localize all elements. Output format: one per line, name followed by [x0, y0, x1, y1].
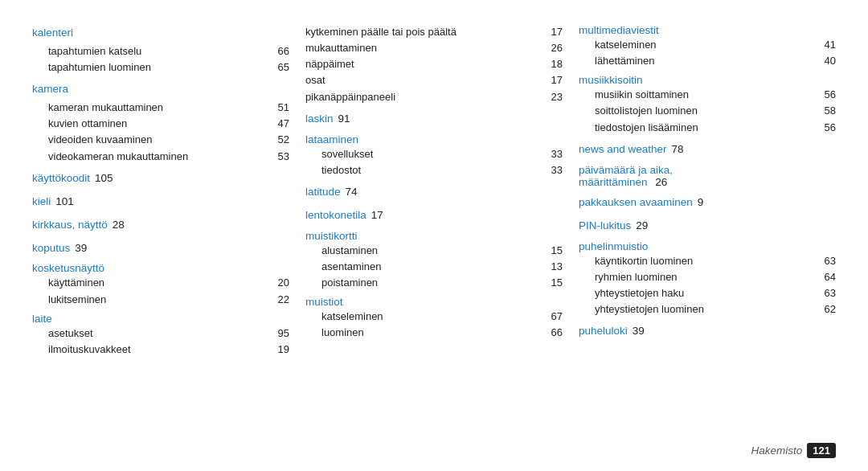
page-num: 56 [825, 120, 836, 136]
subitem-text: tapahtumien luominen [48, 59, 273, 76]
page-num: 20 [278, 275, 289, 291]
section-kayttokoodit: käyttökoodit 105 [32, 170, 289, 188]
page-num: 33 [551, 146, 563, 162]
page-num: 9 [698, 194, 704, 212]
subitem-text: kuvien ottaminen [48, 116, 273, 132]
section-muistikortti: muistikortti alustaminen15 asentaminen13… [305, 230, 563, 291]
page-num: 58 [825, 103, 836, 119]
column-2: kytkeminen päälle tai pois päältä17 muka… [305, 24, 579, 447]
subitem-text: tiedostojen lisääminen [595, 120, 820, 136]
subitem-text: ilmoituskuvakkeet [48, 342, 273, 358]
column-1: kalenteri tapahtumien katselu66 tapahtum… [32, 24, 305, 447]
section-title[interactable]: laskin [305, 110, 334, 129]
page-num: 51 [278, 100, 289, 116]
section-puheluloki: puheluloki 39 [579, 322, 836, 341]
page-num: 52 [278, 132, 289, 148]
page-num: 67 [551, 309, 563, 325]
section-header: kirkkaus, näyttö 28 [32, 216, 289, 235]
subitem-text: kytkeminen päälle tai pois päältä [305, 24, 547, 40]
subitem-text: ryhmien luominen [595, 269, 820, 285]
page-num: 23 [551, 89, 563, 105]
section-title[interactable]: kieli [32, 193, 51, 211]
section-header: lentokonetila 17 [305, 207, 563, 225]
section-header: muistikortti [305, 230, 563, 242]
page-num: 95 [278, 326, 289, 342]
section-header: koputus 39 [32, 240, 289, 258]
page-num: 26 [655, 176, 667, 188]
section-laite: laite asetukset95 ilmoituskuvakkeet19 [32, 313, 289, 358]
section-title[interactable]: käyttökoodit [32, 170, 90, 188]
section-title[interactable]: musiikkisoitin [579, 74, 643, 86]
section-header: puhelinmuistio [579, 240, 836, 252]
section-title[interactable]: lataaminen [305, 133, 358, 145]
section-header: news and weather 78 [579, 141, 836, 159]
section-header: multimediaviestit [579, 24, 836, 36]
section-puhelinmuistio: puhelinmuistio käyntikortin luominen63 r… [579, 240, 836, 318]
section-kieli: kieli 101 [32, 193, 289, 211]
page-num: 63 [825, 285, 836, 301]
page-num: 74 [346, 183, 358, 202]
section-header: laite [32, 313, 289, 325]
section-title[interactable]: kosketusnäyttö [32, 262, 104, 274]
section-title[interactable]: puheluloki [579, 322, 628, 341]
section-title[interactable]: multimediaviestit [579, 24, 659, 36]
section-latitude: latitude 74 [305, 183, 563, 202]
section-header: lataaminen [305, 133, 563, 145]
subitem-text: videoiden kuvaaminen [48, 132, 273, 148]
section-musiikkisoitin: musiikkisoitin musiikin soittaminen56 so… [579, 74, 836, 135]
page-num: 22 [278, 292, 289, 308]
section-title[interactable]: latitude [305, 183, 341, 202]
section-title[interactable]: pakkauksen avaaminen [579, 194, 693, 212]
section-lataaminen: lataaminen sovellukset33 tiedostot33 [305, 133, 563, 178]
section-title[interactable]: lentokonetila [305, 207, 366, 225]
page-num: 41 [825, 37, 836, 53]
subitem-text: katseleminen [321, 309, 547, 325]
section-header: kieli 101 [32, 193, 289, 211]
section-muistiot: muistiot katseleminen67 luominen66 [305, 296, 563, 341]
page-num: 17 [551, 72, 563, 88]
page-num: 53 [278, 149, 289, 165]
page-num: 66 [551, 325, 563, 341]
subitem-text: tiedostot [321, 162, 547, 178]
page-num: 28 [113, 216, 125, 235]
section-kamera: kamera kameran mukauttaminen51 kuvien ot… [32, 80, 289, 165]
section-title[interactable]: news and weather [579, 141, 667, 159]
subitem-text: asentaminen [321, 259, 547, 275]
subitem-text: kameran mukauttaminen [48, 100, 273, 116]
subitem-text: musiikin soittaminen [595, 87, 820, 103]
section-multimediaviestit: multimediaviestit katseleminen41 lähettä… [579, 24, 836, 69]
page-num: 40 [825, 53, 836, 69]
section-title[interactable]: koputus [32, 240, 70, 258]
section-title[interactable]: muistiot [305, 296, 343, 308]
subitem-text: yhteystietojen haku [595, 285, 820, 301]
section-title[interactable]: kalenteri [32, 24, 73, 43]
section-title[interactable]: PIN-lukitus [579, 217, 631, 236]
section-title[interactable]: laite [32, 313, 52, 325]
section-header: pakkauksen avaaminen 9 [579, 194, 836, 212]
page-num: 63 [825, 253, 836, 269]
footer-label: Hakemisto [751, 444, 803, 457]
section-title[interactable]: kirkkaus, näyttö [32, 216, 108, 235]
page-num: 17 [551, 24, 563, 40]
section-header: puheluloki 39 [579, 322, 836, 341]
subitem-text: sovellukset [321, 146, 547, 162]
page-num: 13 [551, 259, 563, 275]
section-title[interactable]: kamera [32, 80, 68, 99]
page-num: 47 [278, 116, 289, 132]
page-num: 29 [636, 217, 648, 236]
section-pakkauksen-avaaminen: pakkauksen avaaminen 9 [579, 194, 836, 212]
footer-page-badge: 121 [807, 443, 836, 458]
section-title[interactable]: muistikortti [305, 230, 358, 242]
subitem-text: katseleminen [595, 37, 820, 53]
page-num: 17 [371, 207, 383, 225]
section-kalenteri: kalenteri tapahtumien katselu66 tapahtum… [32, 24, 289, 76]
page-num: 33 [551, 162, 563, 178]
section-header: muistiot [305, 296, 563, 308]
section-header: päivämäärä ja aika,määrittäminen 26 [579, 164, 836, 188]
subitem-text: asetukset [48, 326, 273, 342]
subitem-text: luominen [321, 325, 547, 341]
subitem-text: käyntikortin luominen [595, 253, 820, 269]
section-header: kosketusnäyttö [32, 262, 289, 274]
section-title[interactable]: puhelinmuistio [579, 240, 648, 252]
section-header: laskin 91 [305, 110, 563, 129]
